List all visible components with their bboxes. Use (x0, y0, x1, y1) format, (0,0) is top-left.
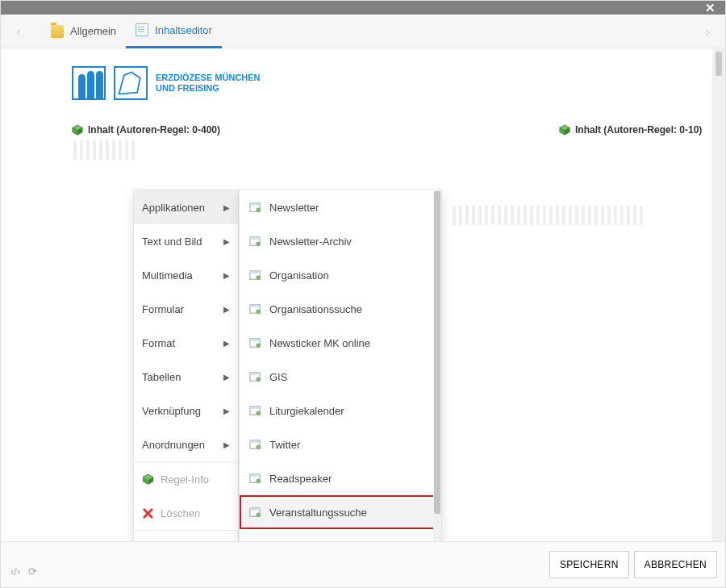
refresh-icon[interactable]: ⟳ (28, 565, 37, 578)
widget-icon (249, 202, 261, 214)
submenu-item-twitter[interactable]: Twitter (240, 427, 441, 461)
svg-rect-34 (250, 372, 260, 374)
submenu-item-label: Veranstaltungssuche (269, 507, 367, 519)
chevron-right-icon: ▶ (223, 339, 230, 348)
brand-text: ERZDIÖZESE MÜNCHENUND FREISING (156, 73, 261, 94)
submenu-item-label: Newsletter-Archiv (269, 236, 352, 248)
svg-rect-40 (250, 440, 260, 442)
submenu-item-label: Newsletter (269, 202, 319, 214)
submenu-item-readspeaker[interactable]: Readspeaker (240, 461, 441, 495)
submenu-item-label: Organisation (269, 269, 329, 281)
svg-point-20 (256, 207, 261, 212)
widget-icon (249, 371, 261, 383)
menu-item-l-schen: Löschen (134, 496, 238, 530)
svg-rect-22 (250, 236, 260, 239)
widget-icon (249, 303, 261, 315)
widget-icon (249, 337, 261, 349)
svg-rect-46 (250, 507, 260, 510)
menu-item-text-und-bild[interactable]: Text und Bild▶ (134, 224, 238, 258)
widget-icon (249, 439, 261, 451)
chevron-right-icon: ▶ (223, 305, 230, 314)
submenu-item-liturgiekalender[interactable]: Liturgiekalender (240, 394, 441, 427)
context-menu-submenu: NewsletterNewsletter-ArchivOrganisationO… (239, 190, 442, 543)
menu-item-format[interactable]: Format▶ (134, 326, 238, 360)
svg-rect-37 (250, 406, 260, 408)
menu-item-formular[interactable]: Formular▶ (134, 292, 238, 326)
svg-rect-25 (250, 270, 260, 273)
close-icon[interactable]: ✕ (705, 1, 716, 15)
code-icon[interactable]: ‹/› (10, 565, 20, 578)
menu-item-label: Verknüpfung (142, 405, 201, 417)
dialog-root: ✕ ‹ Allgemein Inhaltseditor › ERZDIÖZESE… (0, 0, 726, 588)
submenu-item-veranstaltungssuche[interactable]: Veranstaltungssuche (240, 495, 441, 529)
region-label: Inhalt (Autoren-Regel: 0-10) (575, 124, 702, 136)
menu-item-verkn-pfung[interactable]: Verknüpfung▶ (134, 394, 238, 427)
submenu-item-label: Twitter (269, 439, 300, 451)
submenu-item-newsletter[interactable]: Newsletter (240, 190, 441, 224)
tab-content-editor[interactable]: Inhaltseditor (126, 15, 222, 48)
tab-label: Allgemein (70, 25, 116, 37)
submenu-item-label: Liturgiekalender (269, 405, 344, 417)
menu-item-label: Anordnungen (142, 439, 205, 451)
widget-icon (249, 236, 261, 248)
svg-point-29 (256, 309, 261, 314)
chevron-right-icon: ▶ (223, 407, 230, 415)
cube-icon (142, 473, 154, 486)
menu-item-regel-info: Regel-Info (134, 462, 238, 496)
submenu-item-newsletter-archiv[interactable]: Newsletter-Archiv (240, 224, 441, 258)
submenu-scrollbar[interactable] (433, 190, 441, 543)
folder-icon (51, 25, 64, 38)
tab-label: Inhaltseditor (155, 24, 212, 36)
widget-icon (249, 507, 261, 519)
menu-item-label: Format (142, 337, 175, 349)
tab-strip: ‹ Allgemein Inhaltseditor › (1, 15, 725, 48)
svg-point-26 (256, 275, 261, 280)
svg-point-44 (256, 478, 261, 483)
menu-item-tabellen[interactable]: Tabellen▶ (134, 360, 238, 394)
dropzone-stripes[interactable] (73, 140, 140, 160)
region-header-row: Inhalt (Autoren-Regel: 0-400) Inhalt (Au… (1, 108, 725, 136)
svg-point-35 (256, 377, 261, 382)
document-icon (136, 23, 148, 36)
menu-item-label: Regel-Info (161, 473, 209, 486)
delete-icon (142, 507, 154, 519)
nav-next-icon[interactable]: › (701, 25, 714, 38)
nav-prev-icon[interactable]: ‹ (12, 25, 25, 38)
brand-logo-a (72, 66, 106, 100)
menu-item-multimedia[interactable]: Multimedia▶ (134, 258, 238, 292)
menu-item-applikationen[interactable]: Applikationen▶ (134, 190, 238, 224)
submenu-item-label: Newsticker MK online (269, 337, 370, 349)
svg-rect-43 (250, 473, 260, 476)
chevron-right-icon: ▶ (223, 373, 230, 382)
svg-rect-19 (250, 202, 260, 205)
tab-general[interactable]: Allgemein (41, 15, 126, 48)
editor-canvas: ERZDIÖZESE MÜNCHENUND FREISING Inhalt (A… (1, 48, 725, 543)
submenu-item-organisation[interactable]: Organisation (240, 258, 441, 292)
chevron-right-icon: ▶ (223, 203, 230, 212)
submenu-item-label: GIS (269, 371, 287, 383)
menu-item-label: Multimedia (142, 269, 193, 281)
svg-point-38 (256, 411, 261, 415)
chevron-right-icon: ▶ (223, 271, 230, 280)
svg-point-41 (256, 444, 261, 449)
cancel-button[interactable]: ABBRECHEN (634, 551, 717, 578)
submenu-item-gis[interactable]: GIS (240, 360, 441, 394)
svg-point-47 (256, 512, 261, 517)
vertical-scrollbar[interactable] (712, 48, 725, 543)
svg-point-23 (256, 241, 261, 246)
cube-icon (72, 124, 83, 136)
submenu-item-label: Organisationssuche (269, 303, 362, 315)
menu-item-label: Text und Bild (142, 236, 202, 248)
svg-point-32 (256, 343, 261, 348)
chevron-right-icon: ▶ (223, 440, 230, 449)
save-button[interactable]: SPEICHERN (549, 551, 629, 578)
region-label: Inhalt (Autoren-Regel: 0-400) (88, 124, 220, 136)
context-menu: Applikationen▶Text und Bild▶Multimedia▶F… (133, 190, 442, 543)
menu-item-label: Applikationen (142, 202, 205, 214)
dropzone-stripes[interactable] (453, 206, 654, 225)
content-region-right: Inhalt (Autoren-Regel: 0-10) (559, 124, 702, 136)
svg-rect-28 (250, 304, 260, 307)
submenu-item-newsticker-mk-online[interactable]: Newsticker MK online (240, 326, 441, 360)
menu-item-anordnungen[interactable]: Anordnungen▶ (134, 427, 238, 461)
submenu-item-organisationssuche[interactable]: Organisationssuche (240, 292, 441, 326)
